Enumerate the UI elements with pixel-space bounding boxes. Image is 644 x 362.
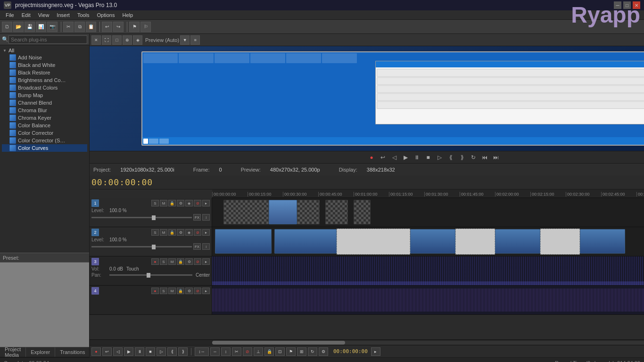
track-2-clip-3[interactable]: [410, 229, 455, 254]
toolbar-save[interactable]: 💾: [25, 22, 35, 32]
track-1-slider-thumb[interactable]: [152, 215, 156, 220]
tl-erase-btn[interactable]: ⊘: [243, 347, 252, 356]
track-1-lock-btn[interactable]: 🔒: [168, 200, 176, 206]
tl-stop-btn[interactable]: ■: [146, 347, 155, 356]
toolbar-flag1[interactable]: ⚑: [129, 22, 140, 32]
skip-forward-button[interactable]: ⟫: [457, 153, 467, 162]
track-4-content[interactable]: [212, 286, 644, 314]
preview-mode-btn[interactable]: ◈: [133, 35, 142, 45]
track-2-mute-btn[interactable]: M: [160, 229, 167, 236]
tl-trim-btn[interactable]: ✂: [232, 347, 241, 356]
preview-fullscreen-btn[interactable]: ⛶: [102, 35, 111, 45]
toolbar-flag2[interactable]: ⚐: [140, 22, 151, 32]
preview-dropdown-btn[interactable]: ▼: [180, 35, 190, 45]
track-1-clip-checker2[interactable]: [297, 200, 320, 224]
track-1-solo-btn[interactable]: S: [151, 200, 159, 206]
loop-button[interactable]: ↻: [469, 153, 478, 162]
fx-item-color-corrector-s[interactable]: Color Corrector (S…: [2, 137, 87, 144]
tl-lock-btn[interactable]: 🔒: [264, 347, 274, 356]
tl-snap-btn[interactable]: ⊡: [275, 347, 285, 356]
track-3-more-btn[interactable]: ▸: [202, 258, 210, 265]
menu-help[interactable]: Help: [118, 11, 137, 19]
track-2-motion-btn[interactable]: ⚙: [177, 229, 184, 236]
track-2-slider-thumb[interactable]: [152, 245, 156, 249]
track-4-lock-btn[interactable]: 🔒: [177, 288, 184, 294]
next-marker-button[interactable]: ⏭: [491, 153, 501, 162]
track-1-disable-btn[interactable]: ⊘: [194, 200, 201, 206]
track-1-motion-btn[interactable]: ⚙: [177, 200, 184, 206]
toolbar-paste[interactable]: 📋: [86, 22, 96, 32]
track-2-clip-4[interactable]: [495, 229, 540, 254]
track-2-clip-5[interactable]: [580, 229, 625, 254]
track-4-more-btn[interactable]: ▸: [202, 288, 210, 294]
tab-explorer[interactable]: Explorer: [26, 347, 55, 357]
fx-item-add-noise[interactable]: Add Noise: [2, 54, 87, 61]
tl-cursor-btn[interactable]: ↕↔: [195, 347, 209, 356]
track-4-disable-btn[interactable]: ⊘: [194, 288, 201, 294]
track-3-mute-btn[interactable]: M: [168, 258, 176, 265]
track-3-disable-btn[interactable]: ⊘: [194, 258, 201, 265]
pause-button[interactable]: ⏸: [412, 153, 421, 162]
track-3-solo-btn[interactable]: S: [160, 258, 167, 265]
track-4-mute-btn[interactable]: M: [168, 288, 176, 294]
track-2-level-slider[interactable]: [91, 246, 192, 247]
tl-record-btn[interactable]: ●: [91, 347, 101, 356]
tl-loop-btn[interactable]: ↻: [308, 347, 317, 356]
preview-zoom-btn[interactable]: ⊕: [123, 35, 132, 45]
tab-transitions[interactable]: Transitions: [55, 347, 90, 357]
tl-skip-fwd-btn[interactable]: ⟫: [178, 347, 188, 356]
track-3-fx-btn2[interactable]: ⚙: [185, 258, 193, 265]
fx-item-chroma-keyer[interactable]: Chroma Keyer: [2, 114, 87, 122]
track-2-disable-btn[interactable]: ⊘: [194, 229, 201, 236]
track-2-composite-btn[interactable]: ◈: [185, 229, 193, 236]
fx-item-color-curves[interactable]: Color Curves: [2, 144, 87, 152]
track-3-pan-thumb[interactable]: [147, 273, 150, 278]
h-scroll-thumb[interactable]: [212, 341, 345, 345]
fx-item-broadcast[interactable]: Broadcast Colors: [2, 84, 87, 91]
h-scroll-track[interactable]: [212, 341, 644, 345]
toolbar-capture[interactable]: 📷: [47, 22, 58, 32]
preview-aspect-btn[interactable]: □: [112, 35, 122, 45]
track-2-solo-btn[interactable]: S: [151, 229, 159, 236]
track-2-clip-2[interactable]: [274, 229, 337, 254]
prev-frame-button[interactable]: ◁: [389, 153, 399, 162]
track-1-content[interactable]: [212, 198, 644, 227]
track-1-level-slider[interactable]: [91, 217, 192, 218]
track-2-fx-btn[interactable]: FX: [193, 243, 201, 250]
fx-item-color-corrector[interactable]: Color Corrector: [2, 129, 87, 137]
track-1-fx-btn[interactable]: FX: [193, 214, 201, 221]
fx-item-color-balance[interactable]: Color Balance: [2, 122, 87, 129]
track-3-arm-btn[interactable]: ●: [151, 258, 159, 265]
track-2-env-btn[interactable]: ↕: [202, 243, 210, 250]
track-4-arm-btn[interactable]: ●: [151, 288, 159, 294]
track-2-content[interactable]: [212, 227, 644, 256]
track-1-composite-btn[interactable]: ◈: [185, 200, 193, 206]
preview-close-btn[interactable]: ✕: [91, 35, 101, 45]
menu-insert[interactable]: Insert: [53, 11, 74, 19]
menu-edit[interactable]: Edit: [18, 11, 34, 19]
track-1-clip-checker[interactable]: [223, 200, 269, 224]
toolbar-open[interactable]: 📂: [13, 22, 24, 32]
track-1-more-btn[interactable]: ▸: [202, 200, 210, 206]
toolbar-undo[interactable]: ↩: [102, 22, 112, 32]
toolbar-render[interactable]: 📊: [36, 22, 46, 32]
toolbar-new[interactable]: 🗋: [2, 22, 12, 32]
tl-play-btn[interactable]: ▶: [124, 347, 133, 356]
next-frame-button[interactable]: ▷: [435, 153, 444, 162]
fx-item-black-restore[interactable]: Black Restore: [2, 69, 87, 76]
track-1-env-btn[interactable]: ↕: [202, 214, 210, 221]
preview-options-btn[interactable]: ≡: [190, 35, 200, 45]
fx-item-brightness[interactable]: Brightness and Co…: [2, 76, 87, 84]
track-3-content[interactable]: [212, 256, 644, 285]
track-3-pan-slider[interactable]: [109, 274, 192, 276]
tl-next-btn[interactable]: ▷: [157, 347, 166, 356]
tl-split-btn[interactable]: ⊥: [254, 347, 263, 356]
tl-pause-btn[interactable]: ⏸: [135, 347, 144, 356]
skip-back-button[interactable]: ⟪: [446, 153, 455, 162]
tl-stretch-btn[interactable]: ↕: [221, 347, 231, 356]
tl-rewind-btn[interactable]: ↩: [102, 347, 112, 356]
menu-file[interactable]: File: [2, 11, 18, 19]
tl-skip-back-btn[interactable]: ⟪: [167, 347, 177, 356]
fx-item-channel-blend[interactable]: Channel Blend: [2, 99, 87, 107]
toolbar-cut[interactable]: ✂: [63, 22, 74, 32]
